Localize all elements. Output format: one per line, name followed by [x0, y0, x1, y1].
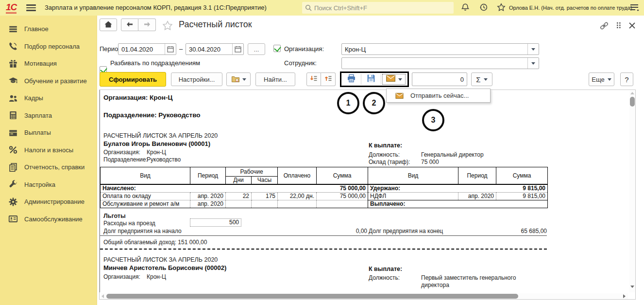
- debt-end-label: Долг предприятия на конец: [369, 228, 443, 234]
- search-input[interactable]: [314, 4, 451, 12]
- vertical-scrollbar-thumb[interactable]: [630, 97, 635, 107]
- date-from-field[interactable]: 01.04.2020: [118, 43, 176, 55]
- counter-field[interactable]: 0: [412, 72, 467, 86]
- organization-label: Организация:: [284, 45, 324, 53]
- annotation-circle-1: 1: [337, 92, 359, 114]
- payslip1-salary-label: Оклад (тариф):: [369, 159, 410, 165]
- app-title: Зарплата и управление персоналом КОРП, р…: [45, 0, 267, 16]
- favorite-star-icon[interactable]: [162, 20, 173, 33]
- sum-button[interactable]: Σ: [471, 72, 492, 86]
- sidebar-item-label: Отчетность, справки: [24, 163, 85, 171]
- nav-buttons: [121, 18, 156, 31]
- get-link-icon[interactable]: [599, 21, 609, 32]
- current-user[interactable]: Орлова Е.Н. (Нач. отд. расчетов по оплат…: [509, 0, 632, 16]
- col-header-period2: Период: [458, 167, 496, 185]
- sidebar-item-vyplaty[interactable]: Выплаты: [0, 124, 97, 142]
- debt-start-value: 0,00: [304, 228, 367, 234]
- sidebar-item-administrirovanie[interactable]: Администрирование: [0, 193, 97, 211]
- sidebar-item-samoobsluzhivanie[interactable]: Самообслуживание: [0, 211, 97, 228]
- report-variants-button[interactable]: [226, 72, 251, 86]
- send-email-button[interactable]: [381, 73, 407, 86]
- sidebar-item-label: Мотивация: [24, 60, 57, 67]
- main-menu-icon[interactable]: [26, 4, 36, 11]
- generate-button[interactable]: Сформировать: [100, 72, 166, 87]
- report-dept-line: Подразделение: Руководство: [103, 111, 201, 119]
- collapse-groups-button[interactable]: [306, 72, 321, 86]
- total-taxable-income: Общий облагаемый доход: 151 000,00: [103, 239, 207, 246]
- chevron-down-icon[interactable]: [527, 58, 539, 69]
- favorites-star-icon[interactable]: [496, 2, 507, 13]
- history-icon[interactable]: [479, 2, 490, 13]
- save-button[interactable]: [361, 73, 381, 86]
- chevron-down-icon[interactable]: [527, 44, 539, 54]
- sidebar-item-podbor[interactable]: Подбор персонала: [0, 38, 97, 55]
- notifications-bell-icon[interactable]: [460, 2, 471, 13]
- calendar-icon[interactable]: [165, 44, 176, 54]
- horizontal-scrollbar-thumb[interactable]: [106, 294, 518, 299]
- col-header-hours: Часы: [252, 177, 278, 185]
- organization-value: Крон-Ц: [342, 46, 527, 53]
- date-from-value: 01.04.2020: [119, 46, 165, 53]
- people-icon: [8, 93, 18, 103]
- id-card-icon: [8, 214, 18, 224]
- sidebar: Главное Подбор персонала Мотивация Обуче…: [0, 16, 97, 305]
- back-arrow-icon: [126, 21, 134, 29]
- organization-combo[interactable]: Крон-Ц: [341, 43, 539, 55]
- back-button[interactable]: [121, 18, 138, 31]
- more-actions-icon[interactable]: [616, 21, 622, 31]
- find-button[interactable]: Найти...: [255, 72, 295, 86]
- home-icon: [104, 20, 113, 30]
- debt-row-underline: [100, 235, 547, 236]
- more-button-label: Еще: [592, 76, 604, 83]
- close-icon[interactable]: [628, 22, 636, 31]
- expand-groups-button[interactable]: [321, 72, 336, 86]
- menu-item-send-now[interactable]: Отправить сейчас...: [410, 92, 469, 99]
- sidebar-item-kadry[interactable]: Кадры: [0, 90, 97, 107]
- scroll-right-arrow-icon[interactable]: [623, 294, 626, 298]
- sidebar-item-nalogi[interactable]: Налоги и взносы: [0, 142, 97, 159]
- employee-combo[interactable]: [341, 57, 539, 69]
- debt-start-label: Долг предприятия на начало: [103, 228, 182, 234]
- print-button[interactable]: [341, 73, 361, 86]
- payslip2-org-label: Организация:: [103, 273, 140, 280]
- graduation-cap-icon: [8, 76, 18, 86]
- sidebar-item-nastroyka[interactable]: Настройка: [0, 176, 97, 194]
- cell: Оплата по окладу: [101, 193, 190, 200]
- sidebar-item-zarplata[interactable]: Зарплата: [0, 107, 97, 125]
- benefit-value: 500: [190, 218, 241, 227]
- more-button[interactable]: Еще: [589, 72, 614, 86]
- annotation-circle-3: 3: [422, 109, 444, 131]
- help-button[interactable]: ?: [620, 72, 633, 86]
- sigma-icon: Σ: [476, 75, 480, 84]
- service-menu-icon[interactable]: [630, 4, 640, 12]
- sidebar-item-label: Зарплата: [24, 112, 52, 119]
- envelope-icon: [386, 75, 395, 84]
- sidebar-item-motivacia[interactable]: Мотивация: [0, 55, 97, 72]
- payslip1-table: Вид Период Рабочие Оплачено Сумма Вид Пе…: [100, 167, 548, 208]
- scroll-left-arrow-icon[interactable]: [102, 294, 104, 298]
- forward-button[interactable]: [138, 18, 156, 31]
- accrued-sum: 75 000,00: [317, 184, 368, 193]
- scroll-down-arrow-icon[interactable]: [630, 286, 634, 288]
- home-button[interactable]: [100, 18, 117, 31]
- vertical-scrollbar[interactable]: [629, 91, 635, 292]
- sidebar-item-otchetnost[interactable]: Отчетность, справки: [0, 159, 97, 176]
- period-dash: –: [179, 45, 183, 53]
- global-search[interactable]: [302, 2, 454, 14]
- settings-button[interactable]: Настройки...: [171, 72, 222, 86]
- sidebar-item-obuchenie[interactable]: Обучение и развитие: [0, 72, 97, 90]
- col-header-sum: Сумма: [317, 167, 368, 185]
- sidebar-item-glavnoe[interactable]: Главное: [0, 20, 97, 38]
- organization-checkbox[interactable]: [273, 45, 281, 52]
- payslip1-employee: Булатов Игорь Виленович (00001): [103, 140, 210, 147]
- horizontal-scrollbar[interactable]: [101, 293, 628, 299]
- calendar-icon[interactable]: [232, 44, 243, 54]
- benefits-title: Льготы: [103, 213, 126, 219]
- date-to-field[interactable]: 30.04.2020: [186, 43, 244, 55]
- payslip2-to-pay-label: К выплате:: [369, 266, 402, 272]
- scroll-up-arrow-icon[interactable]: [630, 92, 634, 94]
- col-header-period: Период: [190, 167, 226, 185]
- period-variants-button[interactable]: ...: [248, 43, 265, 55]
- cell: [278, 200, 317, 208]
- search-icon: [305, 4, 312, 11]
